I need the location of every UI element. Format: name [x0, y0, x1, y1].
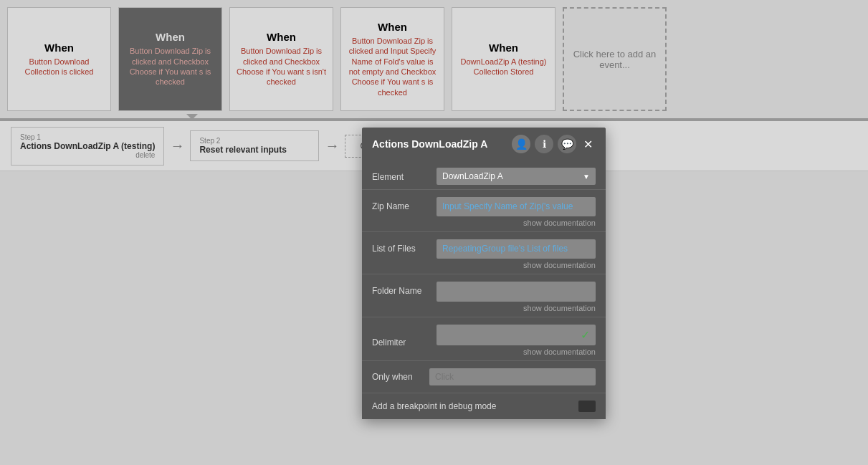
delimiter-label: Delimiter [372, 333, 429, 347]
element-label: Element [372, 168, 429, 182]
actions-panel: Actions DownLoadZip A 👤 ℹ 💬 ✕ Element [362, 128, 606, 419]
only-when-label: Only when [372, 372, 422, 382]
element-field-row: Element DownLoadZip A ▼ [362, 160, 606, 190]
delimiter-checkmark: ✓ [581, 328, 590, 342]
panel-header: Actions DownLoadZip A 👤 ℹ 💬 ✕ [362, 128, 606, 160]
delimiter-show-docs[interactable]: show documentation [437, 347, 596, 356]
element-value: DownLoadZip A [442, 171, 503, 181]
list-files-label: List of Files [372, 239, 429, 254]
zip-name-label: Zip Name [372, 197, 429, 211]
folder-name-label: Folder Name [372, 282, 429, 296]
element-value-container: DownLoadZip A ▼ [437, 168, 596, 185]
zip-name-show-docs[interactable]: show documentation [437, 219, 596, 227]
element-dropdown[interactable]: DownLoadZip A ▼ [437, 168, 596, 185]
breakpoint-row: Add a breakpoint in debug mode [362, 393, 606, 419]
comment-icon[interactable]: 💬 [558, 135, 576, 153]
list-files-value-container: RepeatingGroup file's List of files show… [437, 239, 596, 269]
breakpoint-toggle[interactable] [578, 401, 596, 412]
list-files-show-docs[interactable]: show documentation [437, 261, 596, 269]
info-icon[interactable]: ℹ [535, 135, 553, 153]
panel-title: Actions DownLoadZip A [372, 138, 487, 150]
panel-body: Element DownLoadZip A ▼ Zip Name Input S… [362, 160, 606, 419]
folder-name-field-row: Folder Name show documentation [362, 274, 606, 317]
dropdown-arrow: ▼ [583, 173, 590, 181]
zip-name-value[interactable]: Input Specify Name of Zip('s value [437, 197, 596, 216]
close-button[interactable]: ✕ [581, 136, 596, 153]
delimiter-value-container: ✓ show documentation [437, 325, 596, 356]
only-when-row: Only when [362, 361, 606, 393]
only-when-input[interactable] [429, 368, 596, 385]
breakpoint-label: Add a breakpoint in debug mode [372, 401, 496, 411]
zip-name-field-row: Zip Name Input Specify Name of Zip('s va… [362, 190, 606, 232]
folder-name-value-container: show documentation [437, 282, 596, 312]
delimiter-field-row: Delimiter ✓ show documentation [362, 317, 606, 361]
panel-header-icons: 👤 ℹ 💬 ✕ [512, 135, 596, 153]
zip-name-value-container: Input Specify Name of Zip('s value show … [437, 197, 596, 227]
list-files-field-row: List of Files RepeatingGroup file's List… [362, 232, 606, 274]
list-files-value[interactable]: RepeatingGroup file's List of files [437, 239, 596, 259]
folder-name-input[interactable] [437, 282, 596, 302]
folder-name-show-docs[interactable]: show documentation [437, 304, 596, 312]
user-icon[interactable]: 👤 [512, 135, 530, 153]
